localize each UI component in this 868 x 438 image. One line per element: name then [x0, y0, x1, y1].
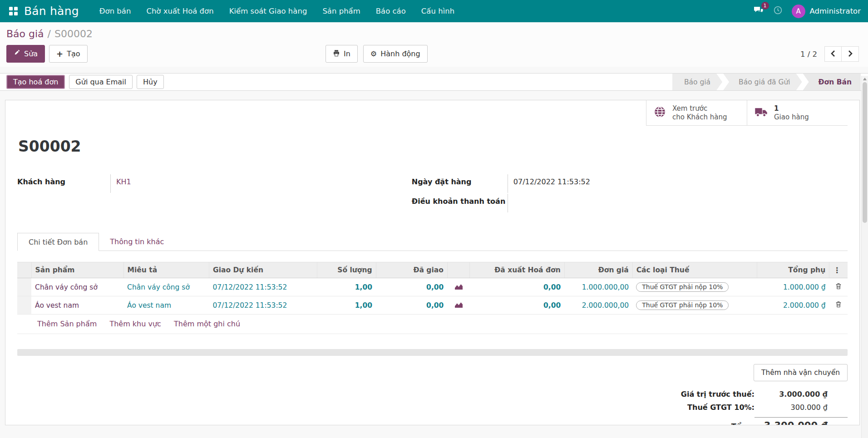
table-row[interactable]: Áo vest nam Áo vest nam 07/12/2022 11:53… [17, 296, 848, 315]
printer-icon [333, 49, 340, 59]
pager-previous-button[interactable] [824, 46, 842, 62]
col-taxes[interactable]: Các loại Thuế [632, 262, 757, 278]
tax-amount-value: 300.000 ₫ [755, 403, 848, 412]
plus-icon: + [56, 50, 63, 58]
menu-configuration[interactable]: Cấu hình [414, 0, 462, 22]
forecast-area-chart-icon[interactable] [455, 283, 463, 291]
main-menu: Đơn bán Chờ xuất Hoá đơn Kiểm soát Giao … [92, 0, 462, 22]
delete-row-trash-icon[interactable] [835, 284, 842, 292]
add-shipping-button[interactable]: Thêm nhà vận chuyển [754, 364, 848, 381]
breadcrumb-current: S00002 [54, 28, 93, 39]
forecast-area-chart-icon[interactable] [455, 301, 463, 310]
stat-button-box: Xem trướccho Khách hàng 1Giao hàng [17, 100, 848, 126]
col-delivered[interactable]: Đã giao [376, 262, 447, 278]
breadcrumb: Báo giá/S00002 [6, 28, 861, 39]
horizontal-scrollbar-track[interactable] [17, 349, 848, 356]
step-quotation-sent[interactable]: Báo giá đã Gửi [723, 74, 802, 90]
cell-unit-price: 2.000.000,00 [564, 296, 632, 315]
add-product-link[interactable]: Thêm Sản phẩm [37, 320, 97, 328]
send-by-email-button[interactable]: Gửi qua Email [69, 75, 133, 89]
col-delivery-date[interactable]: Giao Dự kiến [209, 262, 317, 278]
col-description[interactable]: Miêu tả [123, 262, 209, 278]
menu-delivery-control[interactable]: Kiểm soát Giao hàng [222, 0, 315, 22]
cell-delivered: 0,00 [376, 296, 447, 315]
field-customer: Khách hàng KH1 [17, 174, 412, 193]
field-groups: Khách hàng KH1 Ngày đặt hàng 07/12/2022 … [17, 174, 848, 212]
col-product[interactable]: Sản phẩm [31, 262, 123, 278]
order-lines-table: Sản phẩm Miêu tả Giao Dự kiến Số lượng Đ… [17, 262, 848, 315]
untaxed-amount-row: Giá trị trước thuế: 3.000.000 ₫ [681, 388, 848, 401]
untaxed-amount-label: Giá trị trước thuế: [681, 390, 755, 399]
form-view: Xem trướccho Khách hàng 1Giao hàng S0000… [0, 91, 868, 425]
scroll-up-arrow-icon[interactable] [863, 78, 867, 80]
customer-preview-button[interactable]: Xem trướccho Khách hàng [646, 100, 747, 126]
messages-button[interactable]: 1 [753, 5, 764, 18]
print-button[interactable]: In [326, 45, 358, 63]
col-quantity[interactable]: Số lượng [317, 262, 376, 278]
pager: 1 / 2 [800, 46, 859, 62]
cell-description: Chân váy công sở [123, 278, 209, 296]
field-order-date: Ngày đặt hàng 07/12/2022 11:53:52 [412, 174, 848, 193]
tax-tag: Thuế GTGT phải nộp 10% [636, 282, 729, 292]
cell-invoiced: 0,00 [470, 296, 565, 315]
optional-columns-icon[interactable]: ⋮ [829, 262, 848, 278]
add-section-link[interactable]: Thêm khu vực [109, 320, 161, 328]
col-unit-price[interactable]: Đơn giá [564, 262, 632, 278]
list-add-row: Thêm Sản phẩm Thêm khu vực Thêm một ghi … [17, 315, 848, 334]
field-customer-label: Khách hàng [17, 174, 110, 193]
total-row: Tổng: 3.300.000 ₫ [731, 415, 848, 425]
truck-icon [755, 107, 768, 119]
cell-product[interactable]: Áo vest nam [31, 296, 123, 315]
scrollbar-thumb[interactable] [863, 82, 867, 223]
field-payment-terms-value[interactable] [508, 194, 848, 212]
edit-button[interactable]: Sửa [6, 45, 45, 63]
menu-orders[interactable]: Đơn bán [92, 0, 139, 22]
messages-badge: 1 [761, 2, 769, 10]
notebook-tabs: Chi tiết Đơn bán Thông tin khác [17, 232, 848, 251]
col-subtotal[interactable]: Tổng phụ [757, 262, 829, 278]
field-customer-value[interactable]: KH1 [116, 177, 131, 186]
menu-products[interactable]: Sản phẩm [315, 0, 368, 22]
app-brand[interactable]: Bán hàng [24, 5, 79, 18]
breadcrumb-separator: / [48, 28, 51, 39]
tab-order-lines[interactable]: Chi tiết Đơn bán [17, 233, 99, 251]
form-sheet: Xem trướccho Khách hàng 1Giao hàng S0000… [5, 100, 860, 425]
activities-clock-icon[interactable] [773, 5, 783, 17]
delete-row-trash-icon[interactable] [835, 302, 842, 310]
menu-to-invoice[interactable]: Chờ xuất Hoá đơn [138, 0, 221, 22]
tax-amount-label: Thuế GTGT 10%: [687, 403, 755, 412]
breadcrumb-quotations[interactable]: Báo giá [6, 28, 44, 39]
globe-icon [654, 106, 666, 120]
vertical-scrollbar[interactable] [861, 76, 868, 438]
systray: 1 A Administrator [753, 5, 861, 18]
delivery-stat-button[interactable]: 1Giao hàng [747, 100, 848, 126]
create-invoice-button[interactable]: Tạo hoá đơn [6, 75, 65, 89]
field-order-date-value: 07/12/2022 11:53:52 [508, 174, 848, 193]
apps-grid-icon[interactable] [9, 7, 18, 15]
table-row[interactable]: Chân váy công sở Chân váy công sở 07/12/… [17, 278, 848, 296]
avatar: A [792, 5, 805, 18]
action-button[interactable]: ⚙ Hành động [363, 45, 428, 63]
order-title: S00002 [18, 138, 848, 155]
cell-subtotal: 1.000.000 ₫ [757, 278, 829, 296]
user-menu[interactable]: A Administrator [792, 5, 861, 18]
step-sales-order[interactable]: Đơn Bán [803, 74, 861, 90]
field-payment-terms-label: Điều khoản thanh toán [412, 194, 508, 212]
step-quotation[interactable]: Báo giá [672, 74, 722, 90]
add-note-link[interactable]: Thêm một ghi chú [174, 320, 240, 328]
menu-reporting[interactable]: Báo cáo [368, 0, 414, 22]
tax-tag: Thuế GTGT phải nộp 10% [636, 300, 729, 310]
cell-product[interactable]: Chân váy công sở [31, 278, 123, 296]
col-invoiced[interactable]: Đã xuất Hoá đơn [470, 262, 565, 278]
tab-other-info[interactable]: Thông tin khác [99, 233, 175, 251]
cancel-button[interactable]: Hủy [137, 75, 164, 89]
create-button[interactable]: + Tạo [49, 45, 87, 63]
chevron-right-icon [848, 50, 853, 59]
cell-unit-price: 1.000.000,00 [564, 278, 632, 296]
totals-block: Thêm nhà vận chuyển Giá trị trước thuế: … [17, 364, 848, 425]
pager-next-button[interactable] [842, 46, 859, 62]
top-navbar: Bán hàng Đơn bán Chờ xuất Hoá đơn Kiểm s… [0, 0, 868, 22]
table-header-row: Sản phẩm Miêu tả Giao Dự kiến Số lượng Đ… [17, 262, 848, 278]
status-steps: Báo giá Báo giá đã Gửi Đơn Bán [671, 74, 868, 90]
total-label: Tổng: [731, 422, 755, 425]
